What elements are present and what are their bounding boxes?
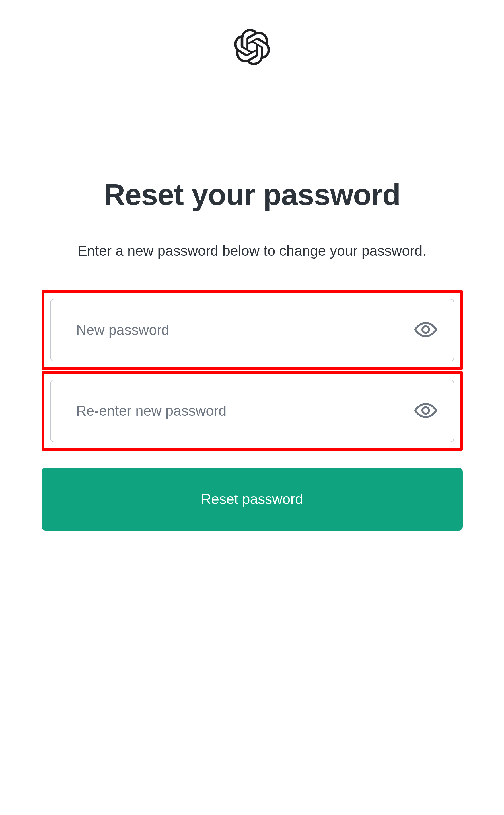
svg-point-1: [422, 407, 429, 414]
eye-icon: [414, 402, 437, 420]
confirm-password-container: [50, 379, 454, 442]
confirm-password-input[interactable]: [50, 379, 454, 442]
toggle-new-password-visibility-button[interactable]: [412, 319, 440, 341]
toggle-confirm-password-visibility-button[interactable]: [412, 400, 440, 422]
eye-icon: [414, 322, 437, 338]
new-password-input[interactable]: [50, 299, 454, 361]
logo-container: [234, 28, 271, 67]
reset-password-button[interactable]: Reset password: [42, 468, 463, 531]
svg-point-0: [422, 326, 429, 333]
openai-logo-icon: [234, 61, 271, 66]
confirm-password-highlight: [42, 371, 463, 451]
page-subtitle: Enter a new password below to change you…: [78, 240, 427, 262]
reset-password-form: Reset your password Enter a new password…: [42, 178, 463, 531]
new-password-highlight: [42, 290, 463, 370]
new-password-container: [50, 299, 454, 361]
page-title: Reset your password: [104, 178, 400, 212]
